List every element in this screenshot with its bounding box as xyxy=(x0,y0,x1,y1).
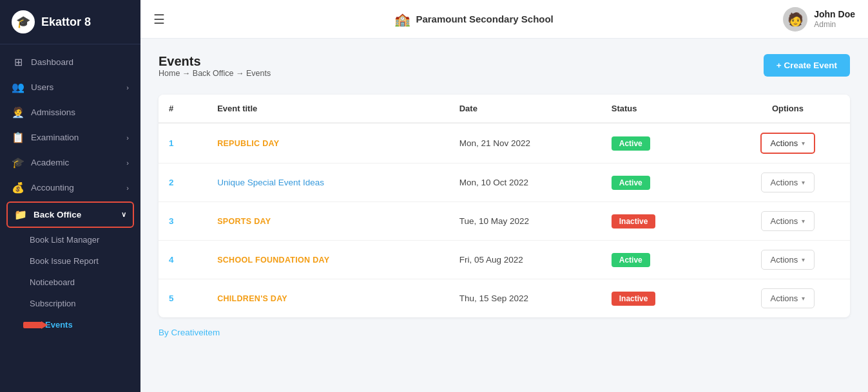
sidebar-navigation: ⊞ Dashboard 👥 Users › 🧑‍💼 Admissions 📋 E… xyxy=(0,44,140,341)
admissions-icon: 🧑‍💼 xyxy=(12,106,24,118)
dashboard-icon: ⊞ xyxy=(12,56,24,68)
sub-item-label: Noticeboard xyxy=(30,277,75,287)
sub-item-label: Events xyxy=(45,320,73,330)
breadcrumb-current: Events xyxy=(246,69,271,78)
chevron-right-icon: › xyxy=(126,84,129,91)
cell-options: Actions ▾ xyxy=(726,279,850,318)
sub-item-label: Book List Manager xyxy=(30,235,99,245)
school-icon: 🏫 xyxy=(394,12,410,27)
col-header-options: Options xyxy=(726,95,850,123)
actions-button[interactable]: Actions ▾ xyxy=(761,173,815,192)
cell-status: Inactive xyxy=(601,279,726,318)
sidebar-item-dashboard[interactable]: ⊞ Dashboard xyxy=(0,50,140,75)
sidebar-item-users[interactable]: 👥 Users › xyxy=(0,75,140,100)
actions-button[interactable]: Actions ▾ xyxy=(761,211,815,231)
chevron-right-icon: › xyxy=(126,134,129,142)
sidebar-item-examination[interactable]: 📋 Examination › xyxy=(0,125,140,150)
col-header-title: Event title xyxy=(207,95,449,123)
table-row: 4 SCHOOL FOUNDATION DAY Fri, 05 Aug 2022… xyxy=(159,241,850,279)
topbar-user: 🧑 John Doe Admin xyxy=(783,7,855,32)
accounting-icon: 💰 xyxy=(12,182,24,194)
sidebar-logo: 🎓 Ekattor 8 xyxy=(0,0,140,44)
page-title: Events xyxy=(159,54,271,69)
cell-title: Unique Special Event Ideas xyxy=(207,163,449,202)
cell-date: Mon, 21 Nov 2022 xyxy=(449,123,601,163)
cell-status: Active xyxy=(601,241,726,279)
sub-item-label: Subscription xyxy=(30,299,76,308)
sidebar-submenu-backoffice: Book List Manager Book Issue Report Noti… xyxy=(0,229,140,335)
logo-icon: 🎓 xyxy=(12,10,35,33)
footer-credit: By Creativeitem xyxy=(159,317,850,340)
sidebar-item-label: Back Office xyxy=(34,210,81,219)
actions-label: Actions xyxy=(771,138,798,148)
breadcrumb-home[interactable]: Home xyxy=(159,69,180,78)
events-table-container: # Event title Date Status Options 1 REPU… xyxy=(159,95,850,317)
col-header-hash: # xyxy=(159,95,207,123)
cell-status: Active xyxy=(601,123,726,163)
table-body: 1 REPUBLIC DAY Mon, 21 Nov 2022 Active A… xyxy=(159,123,850,317)
breadcrumb: Home → Back Office → Events xyxy=(159,69,271,78)
examination-icon: 📋 xyxy=(12,131,24,144)
table-row: 3 SPORTS DAY Tue, 10 May 2022 Inactive A… xyxy=(159,202,850,241)
topbar-center: 🏫 Paramount Secondary School xyxy=(178,12,770,27)
arrow-indicator xyxy=(23,322,43,328)
sidebar-item-backoffice[interactable]: 📁 Back Office ∨ xyxy=(6,201,134,228)
menu-icon[interactable]: ☰ xyxy=(153,12,165,27)
chevron-down-icon: ▾ xyxy=(802,179,805,186)
status-badge: Active xyxy=(612,176,650,190)
events-table: # Event title Date Status Options 1 REPU… xyxy=(159,95,850,317)
user-info: John Doe Admin xyxy=(814,8,855,30)
table-row: 2 Unique Special Event Ideas Mon, 10 Oct… xyxy=(159,163,850,202)
sidebar-item-accounting[interactable]: 💰 Accounting › xyxy=(0,175,140,200)
sidebar-item-events[interactable]: Events xyxy=(0,314,140,335)
cell-status: Inactive xyxy=(601,202,726,241)
page-header: Events Home → Back Office → Events + Cre… xyxy=(159,54,850,91)
cell-title: SPORTS DAY xyxy=(207,202,449,241)
backoffice-icon: 📁 xyxy=(14,209,27,221)
sidebar-item-label: Accounting xyxy=(31,183,74,192)
chevron-down-icon: ▾ xyxy=(802,256,805,263)
cell-options: Actions ▾ xyxy=(726,241,850,279)
chevron-right-icon: › xyxy=(126,184,129,192)
status-badge: Active xyxy=(612,253,650,267)
sidebar-item-book-list-manager[interactable]: Book List Manager xyxy=(0,229,140,250)
sidebar-item-academic[interactable]: 🎓 Academic › xyxy=(0,150,140,175)
actions-label: Actions xyxy=(771,178,798,187)
chevron-right-icon: › xyxy=(126,159,129,167)
actions-button[interactable]: Actions ▾ xyxy=(761,288,815,308)
cell-date: Thu, 15 Sep 2022 xyxy=(449,279,601,318)
cell-title: CHILDREN'S DAY xyxy=(207,279,449,318)
academic-icon: 🎓 xyxy=(12,156,24,169)
user-role: Admin xyxy=(814,20,855,30)
status-badge: Inactive xyxy=(612,214,656,229)
cell-num: 4 xyxy=(159,241,207,279)
cell-date: Mon, 10 Oct 2022 xyxy=(449,163,601,202)
sub-item-label: Book Issue Report xyxy=(30,256,99,266)
chevron-down-icon: ▾ xyxy=(802,140,805,147)
cell-num: 3 xyxy=(159,202,207,241)
cell-options: Actions ▾ xyxy=(726,123,850,163)
cell-num: 5 xyxy=(159,279,207,318)
user-name: John Doe xyxy=(814,8,855,20)
breadcrumb-sep1: → xyxy=(182,69,193,78)
sidebar-item-subscription[interactable]: Subscription xyxy=(0,293,140,314)
users-icon: 👥 xyxy=(12,81,24,93)
breadcrumb-backoffice[interactable]: Back Office xyxy=(193,69,234,78)
table-row: 1 REPUBLIC DAY Mon, 21 Nov 2022 Active A… xyxy=(159,123,850,163)
sidebar-item-label: Dashboard xyxy=(31,57,73,67)
sidebar-item-label: Users xyxy=(31,82,53,92)
cell-num: 1 xyxy=(159,123,207,163)
sidebar-item-book-issue-report[interactable]: Book Issue Report xyxy=(0,250,140,272)
chevron-down-icon: ∨ xyxy=(121,210,126,219)
cell-status: Active xyxy=(601,163,726,202)
cell-title: SCHOOL FOUNDATION DAY xyxy=(207,241,449,279)
cell-options: Actions ▾ xyxy=(726,163,850,202)
avatar: 🧑 xyxy=(783,7,807,32)
logo-text: Ekattor 8 xyxy=(41,15,91,29)
create-event-button[interactable]: + Create Event xyxy=(764,54,850,77)
actions-button[interactable]: Actions ▾ xyxy=(761,250,815,270)
sidebar-item-admissions[interactable]: 🧑‍💼 Admissions xyxy=(0,100,140,125)
sidebar-item-noticeboard[interactable]: Noticeboard xyxy=(0,272,140,293)
actions-button[interactable]: Actions ▾ xyxy=(760,133,816,154)
cell-date: Tue, 10 May 2022 xyxy=(449,202,601,241)
